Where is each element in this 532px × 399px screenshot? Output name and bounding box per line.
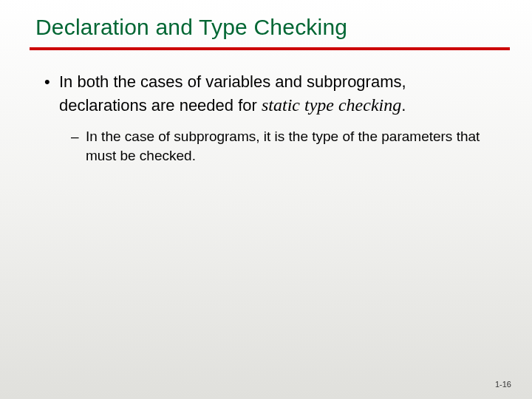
slide-body: In both the cases of variables and subpr… xyxy=(0,50,532,165)
bullet-text-part2: . xyxy=(401,96,406,115)
bullet-text-italic: static type checking xyxy=(262,95,401,115)
slide-title: Declaration and Type Checking xyxy=(0,0,532,47)
bullet-level-1: In both the cases of variables and subpr… xyxy=(59,71,495,117)
bullet-level-2: In the case of subprograms, it is the ty… xyxy=(81,127,495,165)
sub-bullet-text: In the case of subprograms, it is the ty… xyxy=(86,129,480,163)
page-number: 1-16 xyxy=(495,380,511,389)
